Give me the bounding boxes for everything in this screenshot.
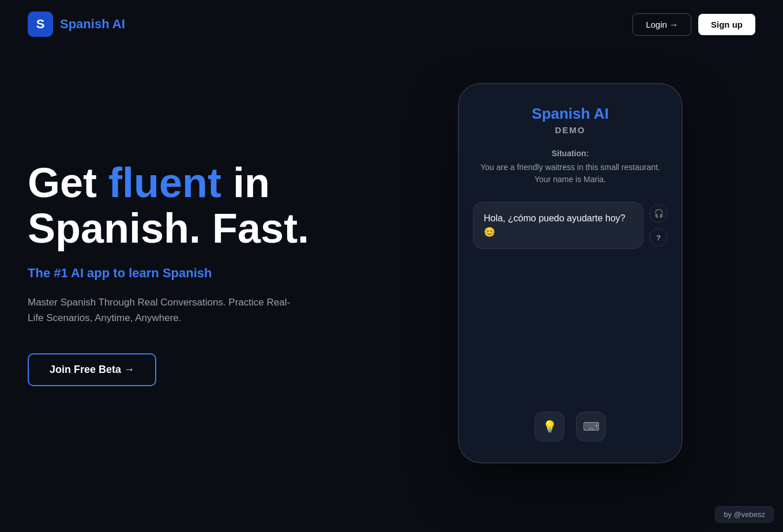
chat-area: Hola, ¿cómo puedo ayudarte hoy? 😊 🎧 ? [473, 202, 668, 249]
by-credit: by @vebesz [715, 506, 774, 523]
lightbulb-button[interactable]: 💡 [534, 412, 564, 442]
situation-label: Situation: [473, 149, 668, 158]
situation-text: You are a friendly waitress in this smal… [473, 161, 668, 186]
question-icon: ? [656, 233, 661, 242]
hero-title-highlight: fluent [108, 160, 221, 206]
chat-icons-column: 🎧 ? [649, 202, 668, 247]
phone-mockup: Spanish AI DEMO Situation: You are a fri… [458, 83, 683, 463]
headphones-icon: 🎧 [654, 209, 664, 218]
logo-text: Spanish AI [60, 17, 125, 32]
hero-left: Get fluent in Spanish. Fast. The #1 AI a… [28, 160, 362, 386]
logo-group: S Spanish AI [28, 12, 125, 37]
keyboard-icon: ⌨ [583, 420, 600, 433]
help-icon-button[interactable]: ? [649, 228, 668, 247]
hero-description: Master Spanish Through Real Conversation… [28, 295, 304, 326]
situation-block: Situation: You are a friendly waitress i… [473, 149, 668, 186]
logo-icon: S [28, 12, 53, 37]
chat-bubble: Hola, ¿cómo puedo ayudarte hoy? 😊 [473, 202, 643, 249]
hero-title-line2: Spanish. Fast. [28, 205, 309, 251]
hero-section: Get fluent in Spanish. Fast. The #1 AI a… [0, 48, 783, 463]
navbar: S Spanish AI Login → Sign up [0, 0, 783, 48]
nav-buttons: Login → Sign up [633, 13, 755, 36]
keyboard-button[interactable]: ⌨ [576, 412, 606, 442]
hero-title-part1: Get [28, 160, 108, 206]
signup-button[interactable]: Sign up [698, 14, 755, 35]
hero-subtitle: The #1 AI app to learn Spanish [28, 266, 362, 281]
phone-bottom-bar: 💡 ⌨ [473, 412, 668, 442]
hero-title-part2: in [221, 160, 270, 206]
cta-button[interactable]: Join Free Beta → [28, 353, 156, 386]
audio-icon-button[interactable]: 🎧 [649, 204, 668, 222]
hero-title: Get fluent in Spanish. Fast. [28, 160, 362, 251]
phone-demo-label: DEMO [555, 125, 586, 135]
hero-right: Spanish AI DEMO Situation: You are a fri… [385, 83, 755, 463]
login-button[interactable]: Login → [633, 13, 691, 36]
phone-app-title: Spanish AI [532, 105, 608, 123]
lightbulb-icon: 💡 [543, 420, 557, 433]
